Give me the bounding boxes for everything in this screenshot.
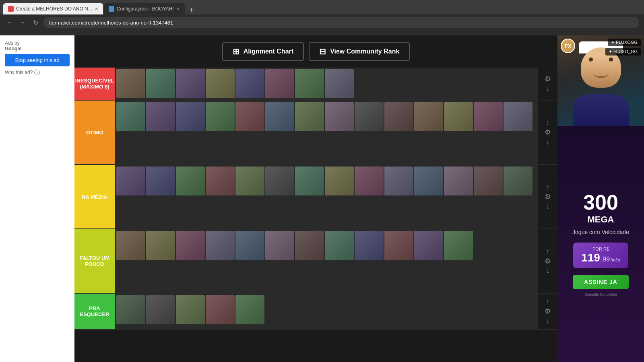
list-item[interactable] [265,231,294,260]
list-item[interactable] [265,102,294,131]
list-item[interactable] [355,167,384,195]
tier-row-pra-esquecer: PRA ESQUECER ↑ ⚙ ↓ [74,294,557,330]
list-item[interactable] [146,102,175,131]
list-item[interactable] [116,231,145,260]
list-item[interactable] [295,231,324,260]
tier-cards-otimo[interactable] [115,101,538,164]
list-item[interactable] [235,69,264,98]
list-item[interactable] [206,102,235,131]
list-item[interactable] [265,167,294,195]
list-item[interactable] [325,167,354,195]
alignment-chart-button[interactable]: ⊞ Alignment Chart [222,42,304,61]
list-item[interactable] [146,69,175,98]
tier-settings-pra-esquecer[interactable]: ⚙ [545,308,551,315]
list-item[interactable] [414,102,443,131]
browser-chrome: Create a MELHORES DO ANO N... ✕ Configur… [0,0,644,35]
forward-button[interactable]: → [18,18,27,27]
tier-row-otimo: ÓTIMO [74,101,557,165]
ad-cta-button[interactable]: ASSINE JÁ [573,275,629,289]
tier-down-otimo[interactable]: ↓ [546,138,550,146]
list-item[interactable] [176,167,205,195]
list-item[interactable] [116,167,145,195]
webcam-handle-1: ✦ FLUXOGG [611,40,638,45]
ads-by-label: Ads by [5,40,20,46]
list-item[interactable] [504,102,533,131]
list-item[interactable] [206,295,235,324]
new-tab-button[interactable]: + [187,6,196,14]
list-item[interactable] [355,231,384,260]
list-item[interactable] [444,167,473,195]
list-item[interactable] [206,69,235,98]
tier-up-na-media[interactable]: ↑ [546,183,550,191]
ads-header: Ads by Google [5,40,70,51]
list-item[interactable] [504,167,533,195]
list-item[interactable] [235,231,264,260]
list-item[interactable] [474,102,503,131]
list-item[interactable] [176,231,205,260]
tier-down-na-media[interactable]: ↓ [546,203,550,210]
back-button[interactable]: ← [5,18,14,27]
list-item[interactable] [116,69,145,98]
list-item[interactable] [116,102,145,131]
list-item[interactable] [295,167,324,195]
list-item[interactable] [176,295,205,324]
tier-row-na-media: NA MÉDIA [74,165,557,229]
tab-label-2: Configurações - BOOYAH! [117,6,174,12]
list-item[interactable] [444,231,473,260]
list-item[interactable] [384,231,413,260]
list-item[interactable] [206,167,235,195]
tier-controls-otimo: ↑ ⚙ ↓ [538,101,557,164]
tier-cards-faltou[interactable] [115,229,538,293]
tier-up-otimo[interactable]: ↑ [546,119,550,126]
tier-down-faltou[interactable]: ↓ [546,267,550,274]
list-item[interactable] [444,102,473,131]
tier-up-pra-esquecer[interactable]: ↑ [546,298,550,305]
tier-settings-inesquecivel[interactable]: ⚙ [545,75,551,82]
tab-close-1[interactable]: ✕ [95,6,98,12]
list-item[interactable] [206,231,235,260]
tier-settings-otimo[interactable]: ⚙ [545,129,551,136]
url-bar[interactable] [43,17,639,28]
tab-close-2[interactable]: ✕ [176,6,180,12]
center-content: ⊞ Alignment Chart ⊟ View Community Rank … [74,35,557,362]
list-item[interactable] [116,295,145,324]
list-item[interactable] [235,167,264,195]
list-item[interactable] [355,102,384,131]
alignment-chart-icon: ⊞ [233,47,239,56]
list-item[interactable] [146,167,175,195]
list-item[interactable] [235,102,264,131]
tier-settings-na-media[interactable]: ⚙ [545,193,551,200]
list-item[interactable] [146,295,175,324]
view-community-rank-button[interactable]: ⊟ View Community Rank [309,42,410,61]
tab-2[interactable]: Configurações - BOOYAH! ✕ [104,3,185,14]
ad-price-prefix: POR R$ [581,247,620,251]
tier-cards-inesquecivel[interactable] [115,68,538,100]
list-item[interactable] [414,167,443,195]
list-item[interactable] [295,102,324,131]
tier-controls-inesquecivel: ⚙ ↓ [538,68,557,100]
list-item[interactable] [474,167,503,195]
tier-settings-faltou[interactable]: ⚙ [545,257,551,265]
list-item[interactable] [176,102,205,131]
tier-cards-pra-esquecer[interactable] [115,294,538,329]
tier-label-na-media: NA MÉDIA [74,165,115,228]
tab-active[interactable]: Create a MELHORES DO ANO N... ✕ [3,3,103,14]
list-item[interactable] [295,69,324,98]
tier-down-inesquecivel[interactable]: ↓ [546,85,550,92]
list-item[interactable] [235,295,264,324]
list-item[interactable] [265,69,294,98]
why-this-ad[interactable]: Why this ad? i [5,70,70,75]
list-item[interactable] [325,102,354,131]
list-item[interactable] [384,102,413,131]
tier-up-faltou[interactable]: ↑ [546,248,550,255]
list-item[interactable] [146,231,175,260]
list-item[interactable] [414,231,443,260]
reload-button[interactable]: ↻ [31,18,40,27]
list-item[interactable] [176,69,205,98]
tier-cards-na-media[interactable] [115,165,538,228]
list-item[interactable] [325,69,354,98]
list-item[interactable] [384,167,413,195]
list-item[interactable] [325,231,354,260]
tier-down-pra-esquecer[interactable]: ↓ [546,317,550,325]
stop-ad-button[interactable]: Stop seeing this ad [5,54,70,66]
